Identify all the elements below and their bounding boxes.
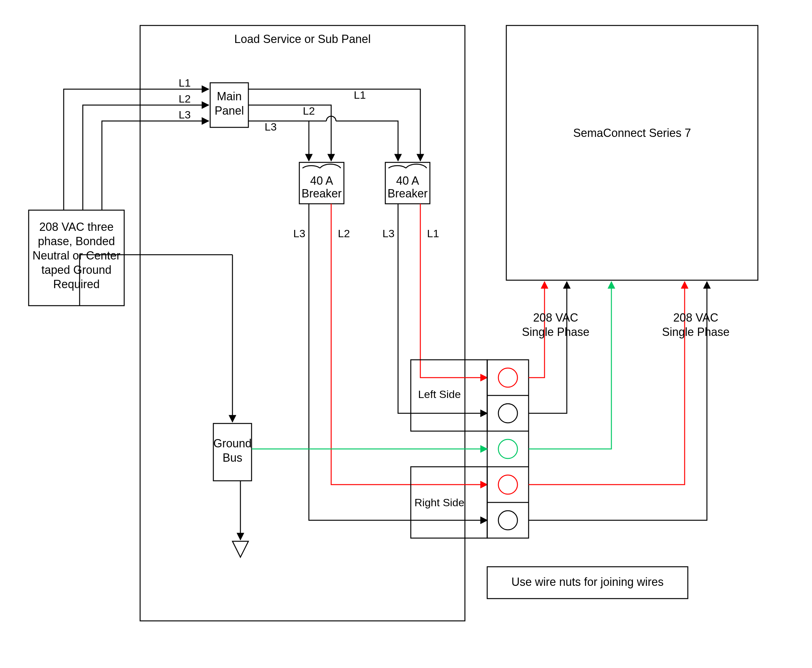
breaker2-label-2: Breaker xyxy=(388,187,428,200)
terminal-1 xyxy=(498,368,518,387)
terminal-3 xyxy=(498,439,518,459)
terminal-2 xyxy=(498,404,518,423)
b2-l1: L1 xyxy=(427,227,439,239)
footer-label: Use wire nuts for joining wires xyxy=(511,575,663,588)
breaker1-label-1: 40 A xyxy=(310,174,333,187)
b2-l3: L3 xyxy=(383,227,394,239)
l2-in: L2 xyxy=(179,93,191,105)
phase1-l2: Single Phase xyxy=(522,326,590,339)
terminal-4 xyxy=(498,475,518,494)
panel-title: Load Service or Sub Panel xyxy=(234,32,371,45)
wiring-diagram: Load Service or Sub Panel Main Panel 40 … xyxy=(0,0,812,668)
b1-l3: L3 xyxy=(293,227,306,239)
b1-l2: L2 xyxy=(338,227,350,239)
terminal-5 xyxy=(498,511,518,530)
phase2-l1: 208 VAC xyxy=(673,311,718,324)
phase2-l2: Single Phase xyxy=(662,326,730,339)
source-l5: Required xyxy=(53,278,100,291)
main-panel-label-2: Panel xyxy=(215,104,244,117)
phase1-l1: 208 VAC xyxy=(533,311,578,324)
main-panel-label-1: Main xyxy=(217,90,242,103)
l2-out: L2 xyxy=(303,105,315,117)
device-box xyxy=(506,25,758,280)
ground-symbol xyxy=(232,541,248,557)
l1-out: L1 xyxy=(354,89,366,101)
ground-bus-label-2: Bus xyxy=(222,451,242,464)
breaker1-label-2: Breaker xyxy=(302,187,342,200)
source-l4: taped Ground xyxy=(42,263,112,276)
left-side-label: Left Side xyxy=(418,388,461,400)
source-l1: 208 VAC three xyxy=(39,220,114,234)
breaker2-label-1: 40 A xyxy=(396,174,419,187)
terminal-block xyxy=(487,360,529,538)
l3-in: L3 xyxy=(179,109,191,121)
l3-out: L3 xyxy=(265,121,277,133)
device-label: SemaConnect Series 7 xyxy=(573,126,691,139)
source-l2: phase, Bonded xyxy=(38,235,115,248)
right-side-label: Right Side xyxy=(414,496,464,508)
l1-in: L1 xyxy=(179,77,191,89)
source-l3: Neutral or Center xyxy=(32,249,120,262)
ground-bus-label-1: Ground xyxy=(213,437,252,450)
